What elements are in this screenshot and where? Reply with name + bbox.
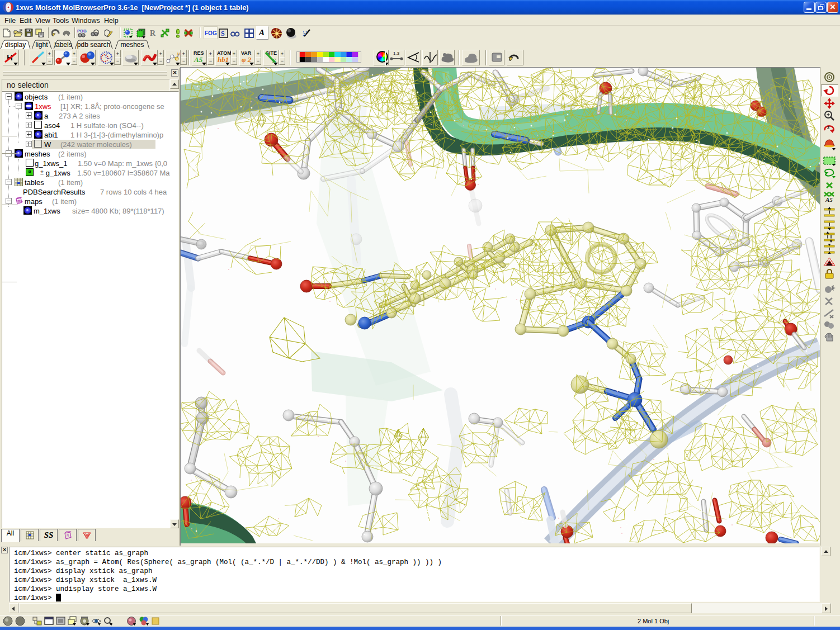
svg-text:R: R bbox=[67, 534, 69, 537]
svg-text:pdb search: pdb search bbox=[77, 41, 110, 49]
svg-text:display: display bbox=[5, 41, 26, 49]
svg-text:1.3: 1.3 bbox=[393, 51, 400, 56]
svg-text:light: light bbox=[35, 41, 48, 49]
svg-text:z: z bbox=[827, 125, 830, 130]
svg-text:PDB: PDB bbox=[77, 29, 87, 34]
svg-text:A5: A5 bbox=[825, 196, 833, 203]
svg-text:R: R bbox=[18, 200, 21, 203]
svg-text:labels: labels bbox=[54, 41, 72, 49]
svg-text:meshes: meshes bbox=[120, 41, 144, 49]
svg-text:S: S bbox=[221, 30, 225, 37]
